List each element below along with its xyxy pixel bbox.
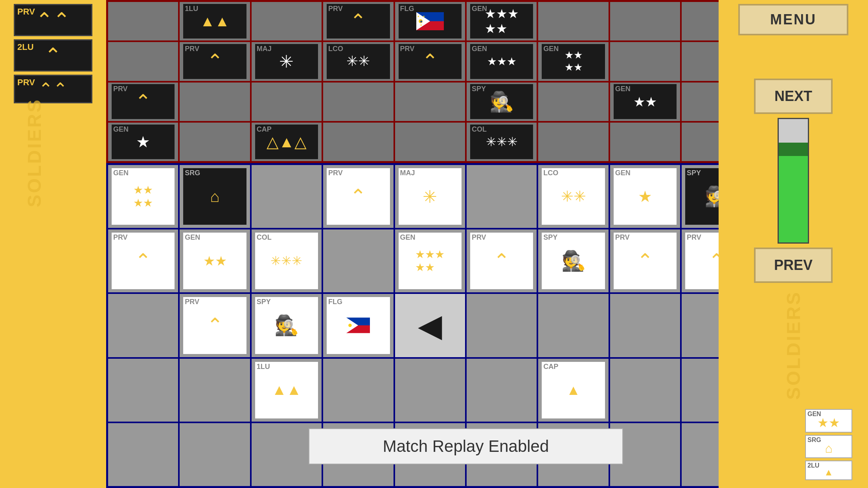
cell-e-0-6 — [537, 1, 609, 41]
cell-e-0-2 — [251, 1, 322, 41]
cell-p-2-3[interactable]: FLG — [322, 293, 394, 358]
cell-p-2-7 — [609, 293, 681, 358]
cell-e-2-0[interactable]: PRV ⌃ — [107, 82, 179, 122]
cell-e-3-3 — [322, 122, 394, 162]
right-bottom-cards: GEN ★★ SRG ⌂ 2LU ▲ — [805, 409, 860, 480]
cell-e-2-6 — [537, 82, 609, 122]
right-card-gen[interactable]: GEN ★★ — [805, 409, 852, 433]
cell-e-3-6 — [537, 122, 609, 162]
cell-p-3-3 — [322, 358, 394, 422]
svg-point-11 — [349, 324, 352, 327]
main-board: 1LU ▲▲ PRV ⌃ FLG ★ ★ ★ — [106, 0, 826, 488]
cell-p-3-4 — [394, 358, 466, 422]
cell-p-0-1[interactable]: SRG ⌂ — [179, 164, 250, 229]
cell-e-1-0 — [107, 41, 179, 81]
cell-p-3-6[interactable]: CAP ▲ — [537, 358, 609, 422]
notification-overlay: Match Replay Enabled — [309, 428, 623, 464]
cell-p-1-3 — [322, 229, 394, 293]
left-sidebar: PRV ⌃⌃ 2LU ⌃ PRV ⌃⌃ SOLDIERS — [0, 0, 106, 488]
cell-e-1-4[interactable]: PRV ⌃ — [394, 41, 466, 81]
cell-p-0-3[interactable]: PRV ⌃ — [322, 164, 394, 229]
cell-e-3-2[interactable]: CAP △▲△ — [251, 122, 322, 162]
scroll-fill — [779, 156, 808, 242]
svg-text:★: ★ — [419, 19, 423, 24]
cell-p-0-2 — [251, 164, 322, 229]
cell-p-0-0[interactable]: GEN ★★★★ — [107, 164, 179, 229]
rank-symbol: ⌃⌃ — [36, 8, 70, 32]
enemy-board: 1LU ▲▲ PRV ⌃ FLG ★ ★ ★ — [106, 0, 826, 163]
cell-e-2-4 — [394, 82, 466, 122]
svg-text:★: ★ — [423, 15, 425, 18]
cell-e-0-5[interactable]: GEN ★★★★★ — [466, 1, 537, 41]
cell-e-1-2[interactable]: MAJ ✳ — [251, 41, 322, 81]
prev-button[interactable]: PREV — [754, 248, 833, 283]
cell-e-3-1 — [179, 122, 250, 162]
cell-p-2-5 — [466, 293, 537, 358]
svg-text:★: ★ — [417, 15, 419, 18]
rank-label: 2LU — [17, 42, 34, 52]
cell-p-0-5 — [466, 164, 537, 229]
cell-e-1-1[interactable]: PRV ⌃ — [179, 41, 250, 81]
cell-p-3-1 — [179, 358, 250, 422]
cell-p-2-4[interactable]: ◀ — [394, 293, 466, 358]
cell-p-1-7[interactable]: PRV ⌃ — [609, 229, 681, 293]
rank-symbol: ⌃ — [44, 44, 62, 67]
cell-p-1-4[interactable]: GEN ★★★★★ — [394, 229, 466, 293]
rank-label: PRV — [17, 7, 35, 17]
cell-p-1-5[interactable]: PRV ⌃ — [466, 229, 537, 293]
ph-flag-icon-2 — [346, 317, 370, 333]
cell-e-2-1 — [179, 82, 250, 122]
cell-e-0-7 — [609, 1, 681, 41]
svg-text:★: ★ — [420, 24, 422, 26]
cell-p-2-1[interactable]: PRV ⌃ — [179, 293, 250, 358]
scroll-track[interactable] — [778, 118, 809, 244]
soldiers-label-right: SOLDIERS — [783, 291, 804, 400]
cell-e-2-3 — [322, 82, 394, 122]
cell-p-4-1 — [179, 422, 250, 487]
left-piece-2lu[interactable]: 2LU ⌃ — [14, 39, 92, 72]
menu-button[interactable]: MENU — [738, 4, 848, 35]
cell-e-1-7 — [609, 41, 681, 81]
cell-p-0-7[interactable]: GEN ★ — [609, 164, 681, 229]
right-card-srg[interactable]: SRG ⌂ — [805, 435, 852, 458]
soldiers-label-left: SOLDIERS — [24, 98, 45, 207]
rank-label: PRV — [17, 77, 35, 88]
cell-e-0-1[interactable]: 1LU ▲▲ — [179, 1, 250, 41]
cell-p-1-0[interactable]: PRV ⌃ — [107, 229, 179, 293]
ph-flag-icon: ★ ★ ★ ★ — [416, 12, 444, 30]
cell-p-3-2[interactable]: 1LU ▲▲ — [251, 358, 322, 422]
cell-e-2-2 — [251, 82, 322, 122]
scroll-thumb[interactable] — [779, 119, 808, 143]
notification-text: Match Replay Enabled — [383, 437, 549, 455]
cell-p-0-6[interactable]: LCO ✳✳ — [537, 164, 609, 229]
next-button[interactable]: NEXT — [754, 79, 833, 114]
cell-e-0-4[interactable]: FLG ★ ★ ★ ★ — [394, 1, 466, 41]
cell-e-1-5[interactable]: GEN ★★★ — [466, 41, 537, 81]
cell-e-3-5[interactable]: COL ✳✳✳ — [466, 122, 537, 162]
cell-e-1-3[interactable]: LCO ✳✳ — [322, 41, 394, 81]
cell-p-3-5 — [466, 358, 537, 422]
left-piece-prv-1[interactable]: PRV ⌃⌃ — [14, 4, 92, 36]
cell-e-2-5[interactable]: SPY 🕵 — [466, 82, 537, 122]
cell-e-0-3[interactable]: PRV ⌃ — [322, 1, 394, 41]
rank-symbol: ⌃⌃ — [39, 79, 68, 99]
right-card-2lu[interactable]: 2LU ▲ — [805, 460, 852, 480]
cell-e-3-0[interactable]: GEN ★ — [107, 122, 179, 162]
cell-p-4-0 — [107, 422, 179, 487]
cell-p-0-4[interactable]: MAJ ✳ — [394, 164, 466, 229]
cell-e-2-7[interactable]: GEN ★★ — [609, 82, 681, 122]
cell-p-1-1[interactable]: GEN ★★ — [179, 229, 250, 293]
cell-p-3-0 — [107, 358, 179, 422]
cell-e-0-0 — [107, 1, 179, 41]
cell-e-1-6[interactable]: GEN ★★★★ — [537, 41, 609, 81]
cell-p-1-6[interactable]: SPY 🕵 — [537, 229, 609, 293]
cell-p-2-6 — [537, 293, 609, 358]
cell-e-3-4 — [394, 122, 466, 162]
cell-e-3-7 — [609, 122, 681, 162]
cell-p-3-7 — [609, 358, 681, 422]
cell-p-2-0 — [107, 293, 179, 358]
cell-p-2-2[interactable]: SPY 🕵 — [251, 293, 322, 358]
cell-p-1-2[interactable]: COL ✳✳✳ — [251, 229, 322, 293]
right-sidebar: MENU NEXT PREV SOLDIERS GEN ★★ SRG ⌂ 2LU… — [719, 0, 868, 488]
